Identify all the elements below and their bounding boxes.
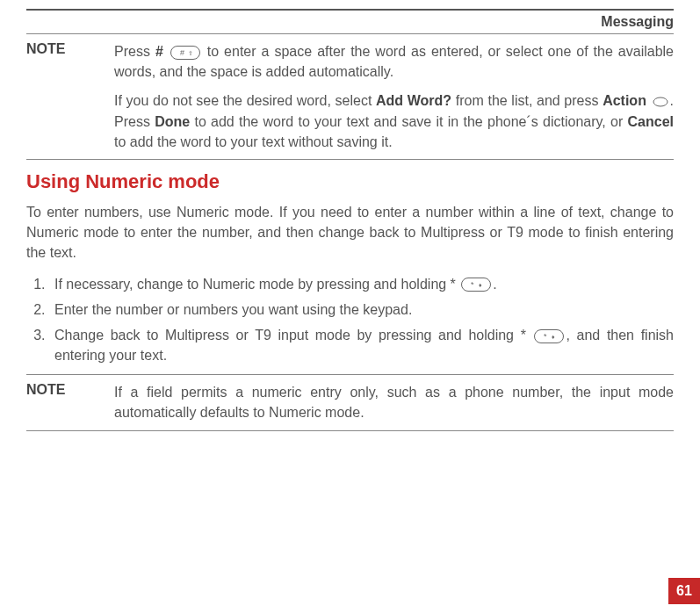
text: from the list, and press xyxy=(451,93,603,108)
star-key-icon: * ♦ xyxy=(461,278,491,292)
section-title: Using Numeric mode xyxy=(26,170,674,193)
header-title: Messaging xyxy=(26,14,674,32)
done-label: Done xyxy=(155,114,190,129)
svg-rect-4 xyxy=(462,278,491,292)
intro-paragraph: To enter numbers, use Numeric mode. If y… xyxy=(26,202,674,263)
svg-text:#: # xyxy=(180,48,184,57)
svg-text:*: * xyxy=(544,332,547,341)
note-body: If a field permits a numeric entry only,… xyxy=(114,382,674,422)
divider xyxy=(26,374,674,375)
top-rule xyxy=(26,9,674,11)
divider xyxy=(26,159,674,160)
hash-key-icon: # ⇧ xyxy=(170,46,200,60)
cancel-label: Cancel xyxy=(628,114,674,129)
steps-list: If necessary, change to Numeric mode by … xyxy=(26,274,674,366)
text: to add the word to your text without sav… xyxy=(114,134,393,149)
svg-point-3 xyxy=(653,97,668,106)
text: to add the word to your text and save it… xyxy=(190,114,627,129)
note-block-1: NOTE Press # # ⇧ to enter a space after … xyxy=(26,36,674,157)
svg-rect-7 xyxy=(535,329,564,343)
divider xyxy=(26,430,674,431)
text: Change back to Multipress or T9 input mo… xyxy=(54,328,532,343)
note-label: NOTE xyxy=(26,41,114,152)
note2-body: If a field permits a numeric entry only,… xyxy=(114,382,674,422)
note-body: Press # # ⇧ to enter a space after the w… xyxy=(114,41,674,152)
add-word-label: Add Word? xyxy=(376,93,451,108)
action-button-icon xyxy=(653,97,668,107)
divider xyxy=(26,33,674,34)
step-1: If necessary, change to Numeric mode by … xyxy=(49,274,674,294)
svg-text:*: * xyxy=(471,280,474,289)
svg-rect-0 xyxy=(170,46,199,59)
text: . xyxy=(493,277,496,292)
note-label: NOTE xyxy=(26,382,114,422)
text: If necessary, change to Numeric mode by … xyxy=(54,277,459,292)
note-block-2: NOTE If a field permits a numeric entry … xyxy=(26,377,674,428)
page-number-tab: 61 xyxy=(668,578,700,604)
action-label: Action xyxy=(603,93,646,108)
text xyxy=(646,93,651,108)
step-2: Enter the number or numbers you want usi… xyxy=(49,299,674,320)
star-key-icon: * ♦ xyxy=(534,329,564,343)
svg-text:♦: ♦ xyxy=(479,282,482,288)
svg-text:♦: ♦ xyxy=(552,334,555,340)
step-3: Change back to Multipress or T9 input mo… xyxy=(49,325,674,365)
hash-key-label: # xyxy=(155,44,169,59)
text: Press xyxy=(114,44,155,59)
note1-p1: Press # # ⇧ to enter a space after the w… xyxy=(114,41,674,82)
text: If you do not see the desired word, sele… xyxy=(114,93,376,108)
svg-text:⇧: ⇧ xyxy=(188,50,193,56)
note1-p2: If you do not see the desired word, sele… xyxy=(114,90,674,152)
